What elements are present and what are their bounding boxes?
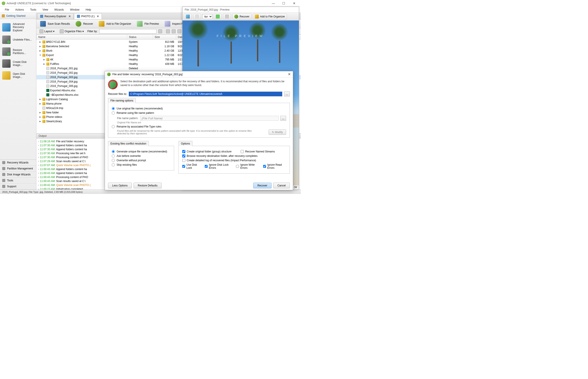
minimize-button[interactable]: — [268, 0, 278, 6]
menu-help[interactable]: Help [83, 7, 94, 12]
filter-go-icon[interactable] [158, 29, 162, 33]
tab-1[interactable]: PHOTO (I:)✕ [74, 13, 102, 19]
sidebar-tool-4[interactable]: Open Disk Image... [1, 69, 35, 81]
pattern-browse[interactable]: ... [280, 116, 286, 121]
tree-arrow-icon[interactable]: ▶ [39, 116, 42, 118]
preview-link[interactable] [223, 14, 231, 19]
opt-detailed-log[interactable] [182, 159, 185, 162]
sidebar-header[interactable]: Getting Started [0, 13, 36, 19]
tree-arrow-icon[interactable]: ▶ [39, 41, 42, 43]
recover-to-input[interactable] [129, 92, 282, 96]
cancel-button[interactable]: Cancel [273, 183, 290, 189]
menu-window[interactable]: Window [67, 7, 83, 12]
tab-icon [77, 15, 80, 18]
column-header-status[interactable]: Status [127, 35, 153, 40]
sidebar-tool-0[interactable]: Advanced Recovery Explorer [1, 21, 35, 34]
sidebar-bottom-1[interactable]: Partition Management [0, 166, 36, 172]
layout-dropdown[interactable]: Layout▾ [38, 29, 56, 34]
menu-file[interactable]: File [2, 7, 12, 12]
preview-recover-button[interactable]: Recover [232, 14, 251, 19]
menu-actions[interactable]: Actions [12, 7, 27, 12]
tree-arrow-icon[interactable]: ▶ [39, 50, 42, 52]
organize-icon [60, 29, 64, 33]
conflict-ask-radio[interactable] [112, 154, 115, 158]
view-icon-3[interactable] [177, 29, 181, 33]
close-button[interactable]: ✕ [289, 0, 299, 6]
opt-ignore-lock[interactable] [205, 165, 208, 168]
filter-input[interactable] [99, 29, 157, 33]
column-header-name[interactable]: Name [37, 35, 127, 40]
maximize-button[interactable]: ☐ [279, 0, 289, 6]
browse-button[interactable]: ... [284, 92, 290, 96]
tree-arrow-icon[interactable]: ▼ [39, 54, 42, 56]
tree-arrow-icon[interactable]: ▶ [39, 98, 42, 100]
naming-rename-radio[interactable] [112, 111, 115, 114]
view-icon-1[interactable] [166, 29, 170, 33]
fit-icon [195, 15, 199, 18]
sidebar-bottom-icon [2, 179, 5, 182]
file-icon [46, 71, 49, 74]
sidebar-tool-3[interactable]: Create Disk Image... [1, 58, 35, 69]
menu-wizards[interactable]: Wizards [51, 7, 67, 12]
conflict-overwrite-radio[interactable] [112, 159, 115, 162]
dialog-intro-text: Select the destination path and addition… [120, 80, 290, 89]
pattern-hint: Original File Name.ext [117, 121, 286, 124]
layout-icon [39, 29, 44, 33]
opt-disk-lock[interactable] [182, 165, 185, 168]
tool-icon [2, 59, 11, 68]
pattern-input[interactable] [140, 116, 279, 121]
tab-close-icon[interactable]: ✕ [97, 15, 99, 18]
sidebar-tool-1[interactable]: Undelete Files... [1, 34, 35, 46]
sidebar-header-label: Getting Started [6, 14, 25, 17]
app-icon [2, 1, 5, 5]
folder-icon [42, 49, 45, 52]
menu-tools[interactable]: Tools [27, 7, 39, 12]
preview-image-mode[interactable] [184, 14, 192, 19]
dialog-titlebar: File and folder recovery: recovering '20… [105, 71, 293, 78]
tree-arrow-icon[interactable]: ▶ [39, 103, 42, 105]
organize-dropdown[interactable]: Organize Files▾ [58, 29, 86, 34]
conflict-unique-radio[interactable] [112, 150, 115, 153]
sidebar-bottom-icon [2, 167, 5, 170]
restore-defaults-button[interactable]: Restore Defaults [133, 183, 162, 189]
menu-view[interactable]: View [39, 7, 51, 12]
link-icon [225, 15, 229, 18]
refresh-icon [216, 15, 220, 18]
getting-started-icon [2, 14, 5, 17]
column-header-size[interactable]: Size [153, 35, 176, 40]
preview-font-size[interactable]: 8pt [202, 14, 212, 19]
sidebar-bottom-2[interactable]: Disk Image Wizards [0, 172, 36, 178]
sidebar-bottom-0[interactable]: Recovery Wizards [0, 160, 36, 166]
less-options-button[interactable]: Less Options [108, 183, 132, 189]
tab-0[interactable]: Recovery Explorer✕ [37, 13, 74, 19]
recover-button[interactable]: Recover [253, 183, 272, 189]
preview-zoom-fit[interactable] [193, 14, 201, 19]
opt-ignore-read[interactable] [263, 165, 266, 168]
sidebar-tool-2[interactable]: Restore Partitions... [1, 46, 35, 58]
dialog-close-button[interactable]: ✕ [288, 72, 291, 76]
preview-organizer-button[interactable]: Add to File Organizer [253, 14, 287, 19]
naming-original-radio[interactable] [112, 107, 115, 110]
modify-button[interactable]: ↻ Modify [269, 129, 286, 135]
tree-arrow-icon[interactable]: ▶ [39, 111, 42, 114]
toolbar-preview[interactable]: File Preview [134, 20, 161, 28]
sidebar-bottom-4[interactable]: Support [0, 184, 36, 190]
conflict-skip-radio[interactable] [112, 163, 115, 166]
preview-refresh[interactable] [214, 14, 222, 19]
tree-arrow-icon[interactable]: ▶ [43, 63, 45, 65]
opt-browse-after[interactable] [182, 154, 185, 158]
toolbar-organize[interactable]: Add to File Organizer [96, 20, 133, 28]
toolbar-recover[interactable]: Recover [73, 20, 95, 28]
sidebar-bottom-3[interactable]: Tools [0, 178, 36, 184]
opt-ignore-write[interactable] [236, 165, 239, 168]
toolbar-save[interactable]: Save Scan Results [38, 20, 72, 28]
naming-type-radio[interactable] [112, 125, 115, 128]
pattern-label: File name pattern: [117, 117, 138, 120]
tree-arrow-icon[interactable]: ▶ [39, 120, 42, 122]
tree-arrow-icon[interactable]: ▶ [39, 45, 42, 47]
opt-folder-structure[interactable] [182, 150, 185, 153]
view-icon-2[interactable] [172, 29, 176, 33]
tab-close-icon[interactable]: ✕ [69, 15, 71, 18]
opt-named-streams[interactable] [241, 150, 244, 153]
tree-arrow-icon[interactable]: ▶ [43, 59, 45, 61]
